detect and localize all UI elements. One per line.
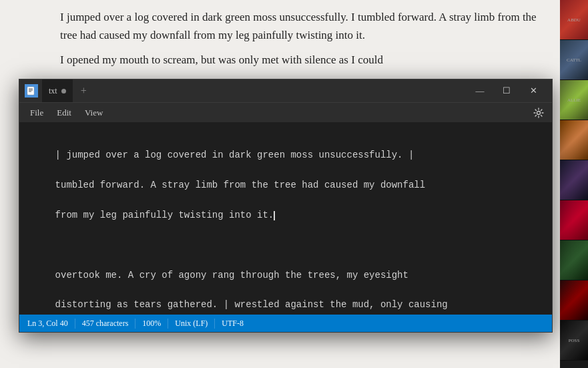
encoding: UTF-8 [215, 319, 250, 329]
maximize-button[interactable]: ☐ [493, 79, 520, 102]
status-bar: Ln 3, Col 40 457 characters 100% Unix (L… [19, 315, 552, 332]
book-cover-4[interactable] [560, 120, 588, 160]
notepad-app-icon [25, 84, 38, 98]
unsaved-indicator [61, 89, 66, 94]
editor-area[interactable]: | jumped over a log covered in dark gree… [19, 122, 552, 315]
book-label-9: POSS [569, 338, 580, 343]
book-label-3: ALLIE [567, 98, 581, 103]
title-bar[interactable]: txt + — ☐ ✕ [19, 79, 552, 102]
tab-filename: txt [49, 86, 57, 96]
book-cover-9[interactable]: POSS [560, 321, 588, 361]
book-cover-8[interactable] [560, 281, 588, 321]
window-controls: — ☐ ✕ [467, 79, 547, 102]
new-tab-button[interactable]: + [75, 85, 92, 97]
book-cover-3[interactable]: ALLIE [560, 80, 588, 120]
svg-rect-0 [27, 87, 34, 95]
char-count: 457 characters [75, 319, 136, 329]
menu-bar: File Edit View [19, 102, 552, 122]
minimize-button[interactable]: — [467, 79, 493, 102]
book-label-1: ABDU [567, 17, 581, 23]
editor-line-6: distorting as tears gathered. | wrestled… [55, 299, 448, 310]
close-button[interactable]: ✕ [520, 79, 547, 102]
book-cover-1[interactable]: ABDU [560, 0, 588, 40]
svg-point-4 [537, 111, 541, 114]
cursor-position: Ln 3, Col 40 [27, 319, 75, 329]
reading-top-paragraph: I jumped over a log covered in dark gree… [60, 8, 548, 44]
settings-button[interactable] [529, 104, 548, 122]
editor-line-2: tumbled forward. A stray limb from the t… [55, 180, 426, 190]
active-tab[interactable]: txt [42, 79, 73, 102]
book-cover-7[interactable] [560, 240, 588, 281]
book-cover-2[interactable]: CATTL [560, 40, 588, 80]
notepad-window: txt + — ☐ ✕ File Edit View | jumped over… [19, 79, 553, 333]
editor-line-3: from my leg painfully twisting into it. [55, 210, 276, 220]
book-cover-5[interactable] [560, 160, 588, 200]
book-covers-panel: ABDU CATTL ALLIE POSS [560, 0, 588, 368]
book-cover-6[interactable] [560, 200, 588, 240]
line-ending: Unix (LF) [168, 319, 215, 329]
gear-icon [533, 108, 544, 118]
file-menu[interactable]: File [23, 105, 50, 121]
view-menu[interactable]: View [78, 105, 109, 121]
edit-menu[interactable]: Edit [50, 105, 78, 121]
zoom-level: 100% [135, 319, 168, 329]
book-label-2: CATTL [567, 57, 581, 63]
reading-bottom-paragraph: I opened my mouth to scream, but was onl… [60, 51, 548, 69]
editor-line-5: overtook me. A cry of agony rang through… [55, 270, 408, 281]
editor-line-1: | jumped over a log covered in dark gree… [55, 150, 414, 160]
